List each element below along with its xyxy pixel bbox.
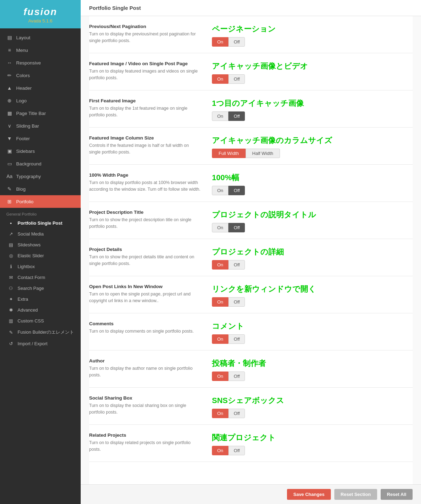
sidebar-item-page-title-bar[interactable]: ▦Page Title Bar (0, 107, 81, 120)
toggle-on-project-details[interactable]: On (212, 260, 228, 270)
sub-nav-item-import-export[interactable]: ↺Import / Export (0, 338, 81, 349)
settings-desc-featured-image-column-size: Controls if the featured image is half o… (89, 142, 201, 156)
toggle-group-previous-next-pagination: OnOff (212, 37, 245, 47)
full-width-btn-featured-image-column-size[interactable]: Full Width (212, 149, 246, 158)
toggle-group-related-projects: OnOff (212, 446, 245, 455)
settings-label-first-featured-image: First Featured Image (89, 98, 201, 103)
settings-left-related-projects: Related ProjectsTurn on to display relat… (89, 433, 208, 453)
settings-left-featured-image-video: Featured Image / Video on Single Post Pa… (89, 61, 208, 81)
toggle-off-social-sharing-box[interactable]: Off (228, 409, 245, 418)
toggle-on-100-width-page[interactable]: On (212, 186, 228, 195)
nav-label-responsive: Responsive (16, 60, 41, 66)
sidebar-item-sliding-bar[interactable]: ∨Sliding Bar (0, 120, 81, 132)
toggle-on-first-featured-image[interactable]: On (212, 111, 228, 121)
nav-icon-colors: ✏ (6, 73, 13, 78)
sidebar-item-menu[interactable]: ≡Menu (0, 44, 81, 56)
sub-nav-item-advanced[interactable]: ✱Advanced (0, 305, 81, 315)
sidebar-item-background[interactable]: ▭Background (0, 157, 81, 170)
toggle-off-related-projects[interactable]: Off (228, 446, 245, 455)
nav-icon-portfolio: ⊞ (6, 199, 13, 204)
settings-label-related-projects: Related Projects (89, 433, 201, 438)
sub-nav-label-custom-css: Custom CSS (18, 318, 44, 323)
sidebar-item-sidebars[interactable]: ▣Sidebars (0, 145, 81, 157)
toggle-off-previous-next-pagination[interactable]: Off (228, 37, 245, 47)
sub-nav-item-portfolio-single-post[interactable]: •Portfolio Single Post (0, 218, 81, 229)
toggle-on-featured-image-video[interactable]: On (212, 74, 228, 84)
settings-right-previous-next-pagination: ページネーションOnOff (208, 24, 413, 47)
sidebar-item-blog[interactable]: ✎Blog (0, 183, 81, 195)
toggle-on-social-sharing-box[interactable]: On (212, 409, 228, 418)
toggle-off-project-description-title[interactable]: Off (228, 223, 245, 232)
sidebar-item-typography[interactable]: AaTypography (0, 170, 81, 183)
settings-row-previous-next-pagination: Previous/Next PaginationTurn on to displ… (89, 16, 413, 53)
settings-row-100-width-page: 100% Width PageTurn on to display portfo… (89, 165, 413, 202)
settings-desc-100-width-page: Turn on to display portfolio posts at 10… (89, 179, 201, 193)
toggle-on-related-projects[interactable]: On (212, 446, 228, 455)
toggle-off-first-featured-image[interactable]: Off (228, 111, 245, 121)
sub-nav-item-search-page[interactable]: ⚇Search Page (0, 283, 81, 294)
settings-left-previous-next-pagination: Previous/Next PaginationTurn on to displ… (89, 24, 208, 44)
sidebar-item-header[interactable]: ▲Header (0, 82, 81, 94)
nav-icon-logo: ⊕ (6, 98, 13, 103)
settings-row-related-projects: Related ProjectsTurn on to display relat… (89, 425, 413, 462)
sidebar-item-layout[interactable]: ▤Layout (0, 31, 81, 44)
footer-bar: Save Changes Reset Section Reset All (81, 484, 421, 504)
sub-nav-item-contact-form[interactable]: ✉Contact Form (0, 272, 81, 283)
sub-nav-label-slideshows: Slideshows (18, 242, 41, 247)
toggle-off-author[interactable]: Off (228, 372, 245, 381)
toggle-off-project-details[interactable]: Off (228, 260, 245, 270)
settings-label-comments: Comments (89, 321, 201, 326)
toggle-off-featured-image-video[interactable]: Off (228, 74, 245, 84)
japanese-label-featured-image-video: アイキャッチ画像とビデオ (212, 61, 308, 71)
sidebar-item-portfolio[interactable]: ⊞Portfolio (0, 195, 81, 208)
reset-section-button[interactable]: Reset Section (334, 489, 377, 500)
sub-nav-item-social-media[interactable]: ↗Social Media (0, 229, 81, 239)
sidebar-item-footer[interactable]: ▼Footer (0, 132, 81, 145)
sub-nav-item-custom-css[interactable]: ▥Custom CSS (0, 315, 81, 326)
nav-icon-sliding-bar: ∨ (6, 123, 13, 129)
reset-all-button[interactable]: Reset All (381, 489, 413, 500)
settings-left-100-width-page: 100% Width PageTurn on to display portfo… (89, 172, 208, 193)
half-width-btn-featured-image-column-size[interactable]: Half Width (246, 149, 280, 158)
nav-icon-header: ▲ (6, 85, 13, 91)
sub-nav-label-fusion-builder: Fusion Builderのエレメント (18, 329, 74, 335)
toggle-on-open-post-links[interactable]: On (212, 297, 228, 307)
sub-nav-icon-social-media: ↗ (8, 231, 14, 237)
toggle-on-comments[interactable]: On (212, 334, 228, 344)
sidebar-item-logo[interactable]: ⊕Logo (0, 94, 81, 107)
toggle-group-open-post-links: OnOff (212, 297, 245, 307)
sidebar-item-responsive[interactable]: ↔Responsive (0, 56, 81, 69)
nav-icon-menu: ≡ (6, 47, 13, 53)
nav-label-footer: Footer (16, 136, 30, 141)
sub-nav-item-elastic-slider[interactable]: ◎Elastic Slider (0, 250, 81, 261)
sub-nav-label-lightbox: Lightbox (18, 264, 35, 269)
toggle-on-author[interactable]: On (212, 372, 228, 381)
sub-nav-item-slideshows[interactable]: ▤Slideshows (0, 239, 81, 250)
settings-row-open-post-links: Open Post Links In New WindowTurn on to … (89, 276, 413, 313)
nav-label-background: Background (16, 161, 41, 166)
japanese-label-project-description-title: プロジェクトの説明タイトル (212, 210, 316, 220)
toggle-on-previous-next-pagination[interactable]: On (212, 37, 228, 47)
settings-left-social-sharing-box: Social Sharing BoxTurn on to display the… (89, 395, 208, 416)
toggle-off-comments[interactable]: Off (228, 334, 245, 344)
settings-row-featured-image-column-size: Featured Image Column SizeControls if th… (89, 128, 413, 165)
sub-nav-item-extra[interactable]: ✦Extra (0, 294, 81, 305)
sub-nav-item-lightbox[interactable]: ℹLightbox (0, 261, 81, 272)
save-button[interactable]: Save Changes (287, 489, 331, 500)
toggle-on-project-description-title[interactable]: On (212, 223, 228, 232)
settings-label-project-details: Project Details (89, 247, 201, 252)
toggle-off-open-post-links[interactable]: Off (228, 297, 245, 307)
japanese-label-open-post-links: リンクを新ウィンドウで開く (212, 284, 316, 294)
page-header: Portfolio Single Post (81, 0, 421, 16)
toggle-group-first-featured-image: OnOff (212, 111, 245, 121)
settings-row-featured-image-video: Featured Image / Video on Single Post Pa… (89, 53, 413, 90)
sub-nav-icon-import-export: ↺ (8, 341, 14, 346)
sub-nav-item-fusion-builder[interactable]: ✎Fusion Builderのエレメント (0, 326, 81, 338)
japanese-label-related-projects: 関連プロジェクト (212, 433, 276, 443)
settings-left-project-description-title: Project Description TitleTurn on to show… (89, 210, 208, 230)
sidebar-item-colors[interactable]: ✏Colors (0, 69, 81, 82)
nav-label-menu: Menu (16, 48, 28, 53)
toggle-off-100-width-page[interactable]: Off (228, 186, 245, 195)
settings-row-first-featured-image: First Featured ImageTurn on to display t… (89, 90, 413, 128)
settings-row-social-sharing-box: Social Sharing BoxTurn on to display the… (89, 388, 413, 425)
